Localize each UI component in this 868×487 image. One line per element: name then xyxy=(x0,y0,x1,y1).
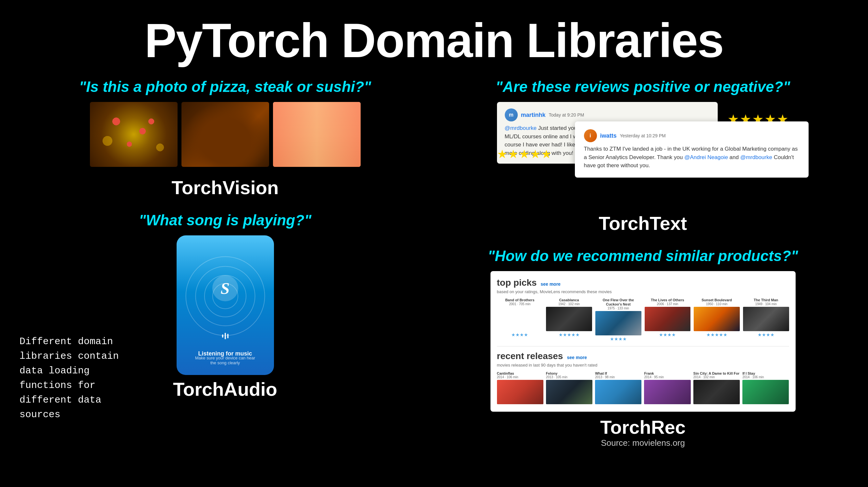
recent-poster xyxy=(595,380,642,404)
movie-sunset: Sunset Boulevard 1950 · 110 min ★★★★★ xyxy=(694,298,740,341)
recent-poster xyxy=(693,380,740,404)
recent-meta: 2013 · 105 min xyxy=(546,375,592,379)
recent-sincity: Sin City: A Dame to Kill For 2014 · 102 … xyxy=(693,371,740,405)
torchaudio-label: TorchAudio xyxy=(173,378,277,400)
movie-poster-third xyxy=(743,307,789,331)
torchrec-label: TorchRec xyxy=(600,416,686,438)
movie-meta: 1950 · 110 min xyxy=(706,302,727,306)
recent-meta: 2014 · 95 min xyxy=(644,375,690,379)
movie-stars: ★★★★ xyxy=(659,332,676,337)
recent-poster xyxy=(497,380,544,404)
review-card-2-wrapper: i iwatts Yesterday at 10:29 PM Thanks to… xyxy=(536,128,809,178)
review2-time: Yesterday at 10:29 PM xyxy=(620,133,666,138)
reviewer2-name: iwatts xyxy=(600,132,617,139)
movie-band-brothers: Band of Brothers 2001 · 705 min ★★★★ xyxy=(497,298,543,341)
movie-third-man: The Third Man 1949 · 104 min ★★★★ xyxy=(743,298,789,341)
review2-mention2: @mrdbourke xyxy=(740,154,772,160)
movie-stars: ★★★★★ xyxy=(559,332,580,337)
movie-stars: ★★★★★ xyxy=(706,332,727,337)
review1-time: Today at 9:20 PM xyxy=(549,112,584,118)
movie-title: Band of Brothers xyxy=(505,298,534,302)
torchvision-section: "Is this a photo of pizza, steak or sush… xyxy=(26,78,424,199)
recent-title: Felony xyxy=(546,371,592,375)
page-title: PyTorch Domain Libraries xyxy=(0,0,868,78)
movie-stars: ★★★★ xyxy=(757,332,775,337)
steak-image xyxy=(182,102,269,167)
recent-meta: 2013 · 98 min xyxy=(595,375,642,379)
ml-recent-desc: movies released in last 90 days that you… xyxy=(497,363,789,367)
review2-body-middle: and xyxy=(728,154,740,160)
recent-meta: 2014 · 106 min xyxy=(497,375,544,379)
recent-title: If I Stay xyxy=(742,371,789,375)
movie-title: Casablanca xyxy=(559,298,579,302)
top-picks-label: top picks xyxy=(497,278,537,288)
review1-header: m martinhk Today at 9:20 PM xyxy=(505,109,710,121)
movie-meta: 1949 · 104 min xyxy=(755,302,777,306)
see-more-link-2[interactable]: see more xyxy=(567,355,587,360)
recent-cantinflas: Cantinflas 2014 · 106 min xyxy=(497,371,544,405)
movie-poster-lives xyxy=(645,307,691,331)
movie-poster-flew xyxy=(595,311,642,335)
ml-divider xyxy=(497,346,789,346)
wave-bar xyxy=(222,334,223,338)
torchvision-question: "Is this a photo of pizza, steak or sush… xyxy=(79,78,371,95)
reviewer2-avatar: i xyxy=(584,129,597,142)
recent-meta: 2014 · 102 min xyxy=(693,375,740,379)
reviews-wrapper: ★★★★★ m martinhk Today at 9:20 PM @mrdbo… xyxy=(497,102,789,206)
movie-title: The Lives of Others xyxy=(651,298,684,302)
movie-poster-casa xyxy=(546,307,592,331)
movie-meta: 2001 · 705 min xyxy=(509,302,530,306)
review-card-2: i iwatts Yesterday at 10:29 PM Thanks to… xyxy=(575,121,809,178)
movie-cuckoo: One Flew Over the Cuckoo's Nest 1975 · 1… xyxy=(595,298,642,341)
movie-title: The Third Man xyxy=(754,298,778,302)
movielens-container: top picks see more based on your ratings… xyxy=(491,271,796,412)
top-picks-title: top picks see more xyxy=(497,278,789,288)
recent-poster xyxy=(546,380,592,404)
shazam-app: S Listening for music Make sure your dev… xyxy=(177,235,274,375)
see-more-link-1[interactable]: see more xyxy=(540,281,560,287)
recent-whatif: What If 2013 · 98 min xyxy=(595,371,642,405)
movie-stars: ★★★★ xyxy=(610,336,627,341)
review2-header: i iwatts Yesterday at 10:29 PM xyxy=(584,129,800,142)
movie-meta: 2006 · 137 min xyxy=(657,302,678,306)
torchvision-label: TorchVision xyxy=(172,177,279,199)
torchrec-question: "How do we recommend similar products?" xyxy=(488,247,798,265)
food-images xyxy=(90,102,361,167)
recent-ifistay: If I Stay 2014 · 106 min xyxy=(742,371,789,405)
movie-meta: 1942 · 102 min xyxy=(558,302,580,306)
recent-movies-row: Cantinflas 2014 · 106 min Felony 2013 · … xyxy=(497,371,789,405)
movie-poster-sunset xyxy=(694,307,740,331)
movie-casablanca: Casablanca 1942 · 102 min ★★★★★ xyxy=(546,298,592,341)
ml-based-on: based on your ratings, MovieLens recomme… xyxy=(497,289,789,294)
movie-lives: The Lives of Others 2006 · 137 min ★★★★ xyxy=(645,298,691,341)
recent-title: Frank xyxy=(644,371,690,375)
movie-poster-band xyxy=(497,307,543,331)
top-picks-row: Band of Brothers 2001 · 705 min ★★★★ Cas… xyxy=(497,298,789,341)
pizza-image xyxy=(90,102,178,167)
reviewer1-avatar: m xyxy=(505,109,518,121)
torchtext-label: TorchText xyxy=(599,212,687,234)
review1-mention: @mrdbourke xyxy=(505,125,537,131)
recent-releases-title: recent releases see more xyxy=(497,351,789,361)
recent-frank: Frank 2014 · 95 min xyxy=(644,371,690,405)
torchtext-section: "Are these reviews positive or negative?… xyxy=(444,78,842,234)
sound-waves xyxy=(222,333,228,339)
recent-felony: Felony 2013 · 105 min xyxy=(546,371,592,405)
movie-title: One Flew Over the Cuckoo's Nest xyxy=(595,298,642,306)
recent-releases-label: recent releases xyxy=(497,351,563,361)
movie-stars: ★★★★ xyxy=(511,332,528,337)
movie-title: Sunset Boulevard xyxy=(702,298,732,302)
wave-bar xyxy=(225,333,226,339)
right-column: "Are these reviews positive or negative?… xyxy=(444,78,842,448)
torchaudio-question: "What song is playing?" xyxy=(139,211,312,229)
recent-poster xyxy=(742,380,789,404)
recent-title: Sin City: A Dame to Kill For xyxy=(693,371,740,375)
recent-title: What If xyxy=(595,371,642,375)
torchrec-section: "How do we recommend similar products?" … xyxy=(444,247,842,448)
torchtext-question: "Are these reviews positive or negative?… xyxy=(496,78,790,95)
side-note: Different domain libraries contain data … xyxy=(20,334,123,422)
wave-bar xyxy=(227,334,228,338)
recent-title: Cantinflas xyxy=(497,371,544,375)
review2-mention1: @Andrei Neagoie xyxy=(684,154,728,160)
shazam-subtext: Make sure your device can hear the song … xyxy=(193,356,258,365)
